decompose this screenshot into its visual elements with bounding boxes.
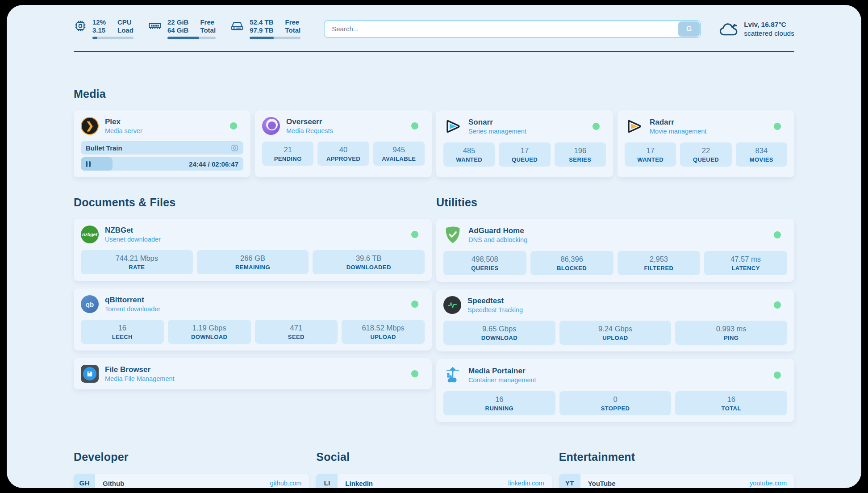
- status-dot: [411, 301, 418, 308]
- card-radarr[interactable]: Radarr Movie management 17WANTED 22QUEUE…: [618, 110, 794, 177]
- status-dot: [774, 372, 781, 379]
- stat-tile: 17QUEUED: [499, 142, 550, 167]
- sonarr-subtitle: Series management: [468, 128, 526, 135]
- stat-tile: 16LEECH: [81, 320, 164, 344]
- stat-tile: 266 GBREMAINING: [197, 250, 309, 274]
- portainer-name: Media Portainer: [468, 367, 536, 376]
- pause-icon[interactable]: [86, 161, 91, 167]
- stat-tile: 2,953FILTERED: [618, 251, 701, 275]
- status-dot: [230, 122, 237, 130]
- section-utilities: Utilities AdGuard Home DNS and adblockin…: [436, 196, 794, 422]
- search-bar: G: [324, 20, 701, 38]
- link-url[interactable]: linkedin.com: [508, 480, 544, 487]
- stat-tile: 16RUNNING: [443, 391, 555, 415]
- card-filebrowser[interactable]: File Browser Media File Management: [74, 358, 432, 389]
- media-section-title: Media: [74, 88, 794, 100]
- card-adguard[interactable]: AdGuard Home DNS and adblocking 498,508Q…: [436, 219, 794, 282]
- filebrowser-name: File Browser: [105, 365, 175, 374]
- search-input[interactable]: [324, 20, 701, 38]
- link-name: Github: [103, 480, 124, 487]
- link-url[interactable]: github.com: [270, 480, 301, 487]
- card-overseerr[interactable]: Overseerr Media Requests 21PENDING 40APP…: [255, 110, 432, 177]
- cpu-icon: [74, 19, 87, 33]
- header-bar: 12%3.15 CPULoad 22 GiB64 GiB FreeTotal: [74, 18, 794, 39]
- playback-time: 24:44 / 02:06:47: [189, 160, 238, 168]
- cpu-label-1: CPU: [117, 18, 134, 26]
- weather-widget: Lviv, 16.87°C scattered clouds: [719, 20, 794, 38]
- sonarr-icon: [443, 117, 462, 136]
- status-dot: [774, 123, 781, 130]
- radarr-name: Radarr: [650, 118, 706, 127]
- disk-progress-track: [250, 37, 300, 39]
- weather-condition: scattered clouds: [744, 29, 794, 38]
- portainer-icon: [443, 366, 462, 384]
- card-qbittorrent[interactable]: qb qBittorrent Torrent downloader 16LEEC…: [74, 288, 432, 351]
- memory-label-2: Total: [200, 26, 216, 34]
- qbittorrent-icon: qb: [81, 295, 99, 313]
- now-playing-title-row: Bullet Train: [81, 141, 243, 155]
- adguard-icon: [443, 226, 462, 244]
- card-speedtest[interactable]: Speedtest Speedtest Tracking 9.65 GbpsDO…: [436, 289, 794, 351]
- status-dot: [774, 301, 781, 309]
- cpu-progress-track: [92, 37, 134, 39]
- link-github[interactable]: GH Githubgithub.com: [74, 474, 309, 488]
- link-youtube[interactable]: YT YouTubeyoutube.com: [559, 474, 794, 488]
- stat-tile: 485WANTED: [443, 142, 495, 167]
- stat-tile: 618.52 MbpsUPLOAD: [342, 320, 425, 344]
- camera-icon: [231, 144, 238, 152]
- radarr-subtitle: Movie management: [650, 128, 706, 135]
- plex-icon: ❯: [81, 117, 99, 135]
- section-documents: Documents & Files nzbget NZBGet Usenet d…: [74, 196, 432, 422]
- stat-tile: 0STOPPED: [559, 391, 672, 415]
- status-dot: [411, 231, 418, 238]
- stat-tile: 498,508QUERIES: [443, 251, 526, 275]
- cpu-progress-fill: [92, 37, 97, 39]
- stat-tile: 17WANTED: [625, 142, 676, 167]
- stat-tile: 47.57 msLATENCY: [704, 251, 787, 275]
- stat-tile: 945AVAILABLE: [373, 142, 425, 166]
- status-dot: [774, 231, 781, 238]
- qbittorrent-name: qBittorrent: [105, 296, 160, 305]
- link-url[interactable]: youtube.com: [750, 480, 787, 487]
- stat-tile: 471SEED: [255, 320, 338, 344]
- stat-tile: 9.65 GbpsDOWNLOAD: [443, 321, 555, 345]
- memory-free-value: 22 GiB: [167, 18, 189, 26]
- stat-tile: 1.19 GbpsDOWNLOAD: [168, 320, 251, 344]
- link-name: LinkedIn: [345, 480, 373, 487]
- google-search-button[interactable]: G: [678, 21, 700, 37]
- utilities-section-title: Utilities: [436, 196, 794, 209]
- stat-tile: 744.21 MbpsRATE: [81, 250, 193, 274]
- status-dot: [411, 122, 418, 130]
- cloud-icon: [719, 21, 739, 37]
- sonarr-name: Sonarr: [468, 118, 526, 127]
- documents-section-title: Documents & Files: [74, 196, 432, 209]
- link-name: YouTube: [588, 480, 616, 487]
- dashboard-panel: 12%3.15 CPULoad 22 GiB64 GiB FreeTotal: [7, 5, 861, 488]
- card-portainer[interactable]: Media Portainer Container management 16R…: [436, 359, 794, 422]
- github-abbr-icon: GH: [74, 474, 95, 488]
- disk-icon: [230, 19, 244, 33]
- linkedin-abbr-icon: LI: [316, 474, 338, 488]
- now-playing-progress-row: 24:44 / 02:06:47: [81, 157, 243, 171]
- developer-section-title: Developer: [74, 451, 309, 464]
- qbittorrent-subtitle: Torrent downloader: [105, 305, 160, 313]
- disk-label-2: Total: [285, 26, 300, 34]
- speedtest-subtitle: Speedtest Tracking: [467, 306, 523, 313]
- memory-progress-fill: [167, 37, 199, 39]
- section-entertainment: Entertainment YT YouTubeyoutube.com NF N…: [559, 451, 794, 488]
- stat-tile: 40APPROVED: [317, 142, 369, 166]
- plex-name: Plex: [105, 117, 142, 126]
- filebrowser-icon: [81, 365, 99, 383]
- card-nzbget[interactable]: nzbget NZBGet Usenet downloader 744.21 M…: [74, 219, 432, 281]
- overseerr-name: Overseerr: [286, 117, 333, 126]
- memory-stat: 22 GiB64 GiB FreeTotal: [148, 18, 216, 39]
- stat-tile: 39.6 TBDOWNLOADED: [313, 250, 425, 274]
- card-sonarr[interactable]: Sonarr Series management 485WANTED 17QUE…: [436, 110, 613, 177]
- radarr-icon: [625, 117, 643, 136]
- stat-tile: 196SERIES: [555, 142, 606, 167]
- cpu-label-2: Load: [117, 26, 134, 34]
- adguard-name: AdGuard Home: [468, 226, 527, 235]
- memory-progress-track: [167, 37, 216, 39]
- link-linkedin[interactable]: LI LinkedInlinkedin.com: [316, 474, 551, 488]
- card-plex[interactable]: ❯ Plex Media server Bullet Train: [74, 110, 250, 177]
